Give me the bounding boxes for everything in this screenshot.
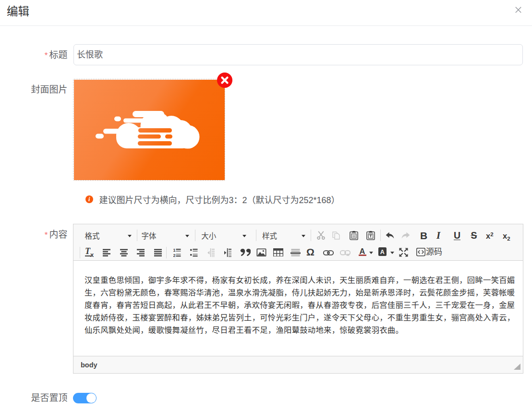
svg-text:2: 2 [173, 253, 176, 257]
svg-text:1: 1 [173, 248, 176, 253]
